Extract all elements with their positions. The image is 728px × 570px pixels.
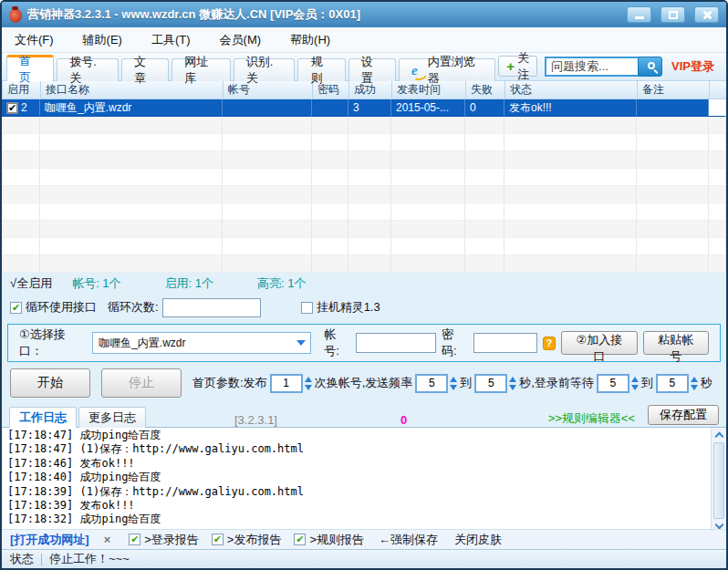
tab-label: 内置浏览器 — [428, 54, 483, 87]
table-cell — [223, 151, 312, 169]
log-line: [17:18:39] (1)保存：http://www.galiyu.com.h… — [7, 485, 705, 499]
password-input[interactable] — [473, 333, 537, 353]
table-cell — [709, 238, 726, 255]
tab-label: 识别.关 — [246, 54, 283, 87]
force-save-button[interactable]: ←强制保存 — [379, 532, 438, 548]
tab-recognize[interactable]: 识别.关 — [234, 58, 296, 81]
freq-to-input[interactable] — [474, 374, 507, 393]
table-cell — [504, 134, 637, 151]
loop-interface-checkbox[interactable]: 循环使用接口 — [10, 299, 97, 316]
to2-label: 到 — [641, 375, 653, 391]
loop-interface-label: 循环使用接口 — [26, 299, 97, 316]
maximize-button[interactable] — [660, 6, 685, 23]
stepper-arrows[interactable] — [450, 377, 457, 390]
close-button[interactable] — [694, 6, 719, 23]
table-row[interactable] — [2, 169, 726, 186]
table-cell — [40, 169, 223, 186]
log-scrollbar[interactable] — [711, 428, 726, 529]
tab-rules[interactable]: 规则 — [297, 58, 345, 81]
save-config-button[interactable]: 保存配置 — [648, 405, 719, 425]
table-row[interactable] — [2, 255, 726, 273]
follow-button[interactable]: + 关注 — [498, 56, 537, 77]
tab-article[interactable]: 文章 — [121, 58, 169, 81]
chevron-down-icon — [714, 521, 723, 529]
add-interface-button[interactable]: ②加入接口 — [561, 331, 638, 355]
table-cell — [637, 255, 709, 273]
arrow-up-icon — [691, 377, 698, 382]
table-cell — [348, 134, 391, 151]
tab-work-log[interactable]: 工作日志 — [9, 407, 77, 428]
row-enable-checkbox[interactable] — [6, 102, 18, 114]
stop-button[interactable]: 停止 — [101, 368, 182, 398]
table-row[interactable] — [2, 186, 726, 203]
table-row[interactable] — [2, 203, 726, 221]
table-row[interactable] — [2, 221, 726, 238]
stepper-arrows[interactable] — [305, 377, 312, 390]
enabled-count: 启用: 1个 — [165, 275, 213, 292]
search-input[interactable] — [545, 57, 638, 77]
stepper-arrows[interactable] — [691, 377, 698, 390]
log-lines: [17:18:47] 成功ping给百度 [17:18:47] (1)保存：ht… — [2, 428, 711, 529]
start-button[interactable]: 开始 — [10, 368, 90, 398]
menu-item-help[interactable]: 帮助(H) — [290, 32, 330, 48]
loop-count-input[interactable] — [162, 298, 261, 317]
scroll-up-button[interactable] — [712, 428, 726, 442]
clear-x-button[interactable]: × — [104, 533, 111, 546]
account-input[interactable] — [356, 333, 436, 353]
minimize-button[interactable] — [627, 6, 651, 23]
table-cell — [312, 169, 348, 186]
rule-editor-link[interactable]: >>规则编辑器<< — [548, 410, 635, 427]
close-icon — [702, 10, 712, 20]
table-cell — [391, 186, 465, 203]
table-cell — [348, 151, 391, 169]
table-row[interactable] — [2, 117, 726, 134]
table-cell — [504, 151, 637, 169]
menu-item-member[interactable]: 会员(M) — [220, 32, 262, 48]
menu-item-tools[interactable]: 工具(T) — [151, 32, 191, 48]
search-button[interactable] — [638, 57, 662, 77]
table-row[interactable] — [2, 134, 726, 151]
publish-count-input[interactable] — [270, 374, 303, 393]
menu-item-file[interactable]: 文件(F) — [15, 32, 54, 48]
menu-item-assist[interactable]: 辅助(E) — [83, 32, 122, 48]
loop-count-label: 循环次数: — [108, 299, 159, 316]
table-cell — [2, 134, 40, 151]
tab-urllib[interactable]: 网址库 — [172, 58, 230, 81]
rule-report-checkbox[interactable]: >规则报告 — [294, 532, 364, 548]
table-row-selected[interactable]: 2 咖喱鱼_内置.wzdr 3 2015-05-... 0 发布ok!!! — [2, 99, 726, 117]
table-cell — [504, 203, 637, 221]
arrow-down-icon — [691, 385, 698, 390]
table-cell — [40, 238, 223, 255]
table-cell — [504, 186, 637, 203]
table-row[interactable] — [2, 151, 726, 169]
wait-to-input[interactable] — [656, 374, 689, 393]
toggle-all-enable[interactable]: √全启用 — [10, 275, 52, 292]
table-row[interactable] — [2, 238, 726, 255]
login-report-checkbox[interactable]: >登录报告 — [129, 532, 199, 548]
vip-login-link[interactable]: VIP登录 — [671, 58, 714, 75]
tab-browser[interactable]: e 内置浏览器 — [399, 58, 495, 81]
tab-label: 设置 — [361, 54, 383, 87]
scrollbar-thumb[interactable] — [713, 442, 724, 519]
close-skin-button[interactable]: 关闭皮肤 — [454, 532, 502, 548]
freq-from-input[interactable] — [415, 374, 448, 393]
tab-dialup[interactable]: 拨号.关 — [57, 58, 119, 81]
tab-home[interactable]: 首页 — [6, 55, 54, 81]
wait-from-input[interactable] — [597, 374, 629, 393]
stepper-arrows[interactable] — [631, 377, 639, 390]
open-success-urls-link[interactable]: [打开成功网址] — [10, 532, 89, 548]
col-status[interactable]: 状态 — [504, 81, 637, 98]
paste-account-button[interactable]: 粘贴帐号 — [643, 331, 709, 355]
tab-more-log[interactable]: 更多日志 — [78, 407, 146, 428]
col-remark[interactable]: 备注 — [637, 81, 709, 98]
help-icon[interactable]: ? — [543, 337, 556, 350]
scroll-down-button[interactable] — [712, 519, 726, 529]
table-empty-rows — [2, 117, 726, 273]
interface-dropdown[interactable]: 咖喱鱼_内置.wzdr — [92, 332, 311, 354]
table-cell — [2, 221, 40, 238]
hang-genie-checkbox[interactable]: 挂机精灵1.3 — [301, 299, 380, 316]
publish-report-checkbox[interactable]: >发布报告 — [212, 532, 282, 548]
stepper-arrows[interactable] — [509, 377, 516, 390]
tab-settings[interactable]: 设置 — [348, 58, 396, 81]
table-cell — [40, 221, 223, 238]
